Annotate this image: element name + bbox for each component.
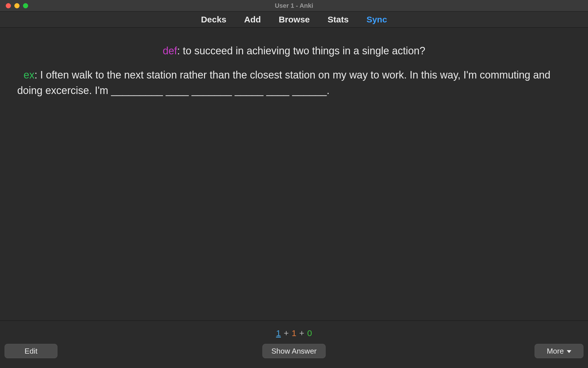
maximize-icon[interactable] xyxy=(23,3,28,8)
plus-2: + xyxy=(299,328,304,338)
more-button[interactable]: More xyxy=(535,344,583,358)
count-learn: 1 xyxy=(292,328,297,338)
def-label: def xyxy=(163,45,177,57)
review-counts: 1 + 1 + 0 xyxy=(276,328,312,338)
card-area: def: to succeed in achieving two things … xyxy=(0,28,588,321)
window-title: User 1 - Anki xyxy=(275,2,313,9)
chevron-down-icon xyxy=(567,350,571,353)
nav-stats[interactable]: Stats xyxy=(328,15,349,24)
close-icon[interactable] xyxy=(6,3,11,8)
ex-text: : I often walk to the next station rathe… xyxy=(17,69,550,96)
bottombar: 1 + 1 + 0 Edit Show Answer More xyxy=(0,321,588,368)
titlebar: User 1 - Anki xyxy=(0,0,588,12)
plus-1: + xyxy=(284,328,289,338)
more-button-label: More xyxy=(547,347,564,356)
count-new: 1 xyxy=(276,328,281,338)
edit-button[interactable]: Edit xyxy=(5,344,57,358)
nav-add[interactable]: Add xyxy=(244,15,261,24)
card-def-line: def: to succeed in achieving two things … xyxy=(17,43,571,59)
count-review: 0 xyxy=(307,328,312,338)
navbar: Decks Add Browse Stats Sync xyxy=(0,12,588,28)
traffic-lights xyxy=(0,3,28,8)
nav-decks[interactable]: Decks xyxy=(201,15,226,24)
def-text: : to succeed in achieving two things in … xyxy=(177,45,425,57)
card-ex-block: ex: I often walk to the next station rat… xyxy=(17,67,571,98)
show-answer-button[interactable]: Show Answer xyxy=(262,344,326,358)
button-row: Edit Show Answer More xyxy=(0,344,588,360)
minimize-icon[interactable] xyxy=(14,3,20,8)
nav-browse[interactable]: Browse xyxy=(279,15,310,24)
nav-sync[interactable]: Sync xyxy=(366,15,387,24)
ex-label: ex xyxy=(17,69,34,81)
